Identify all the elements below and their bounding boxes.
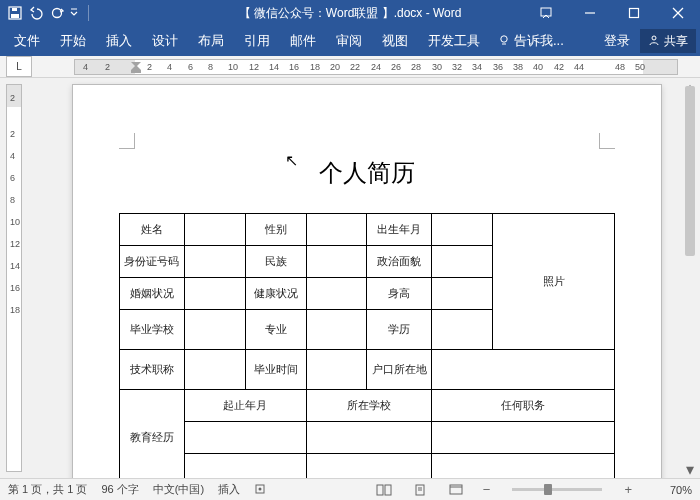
svg-point-17 <box>259 487 262 490</box>
crop-mark-tl <box>119 133 135 149</box>
tab-references[interactable]: 引用 <box>234 26 280 56</box>
window-title: 【 微信公众号：Word联盟 】.docx - Word <box>239 5 462 22</box>
svg-rect-18 <box>377 485 383 495</box>
tab-insert[interactable]: 插入 <box>96 26 142 56</box>
cell-degree-label[interactable]: 学历 <box>367 310 432 350</box>
table-row <box>120 454 615 479</box>
cell-degree-value[interactable] <box>432 310 493 350</box>
vertical-scrollbar[interactable]: ▴ ▾ <box>683 82 697 474</box>
cell-edu-school[interactable] <box>306 422 432 454</box>
cell-hukou-value[interactable] <box>432 350 615 390</box>
zoom-slider[interactable] <box>512 488 602 491</box>
ribbon-options-icon[interactable] <box>524 0 568 26</box>
cell-major-label[interactable]: 专业 <box>245 310 306 350</box>
status-words[interactable]: 96 个字 <box>101 482 138 497</box>
cell-school-value[interactable] <box>184 310 245 350</box>
vertical-ruler[interactable]: 224681012141618 <box>6 84 22 472</box>
cell-title-value[interactable] <box>184 350 245 390</box>
tab-file[interactable]: 文件 <box>4 26 50 56</box>
redo-icon[interactable] <box>50 6 64 20</box>
cell-birth-value[interactable] <box>432 214 493 246</box>
macro-record-icon[interactable] <box>254 483 266 497</box>
view-read-icon[interactable] <box>373 481 395 499</box>
tab-home[interactable]: 开始 <box>50 26 96 56</box>
cell-id-label[interactable]: 身份证号码 <box>120 246 185 278</box>
cell-name-label[interactable]: 姓名 <box>120 214 185 246</box>
document-page[interactable]: ↖ 个人简历 姓名 性别 出生年月 照片 身份证号码 民族 政治面貌 婚姻 <box>72 84 662 478</box>
cell-position-header[interactable]: 任何职务 <box>432 390 615 422</box>
qat-separator <box>88 5 89 21</box>
view-web-icon[interactable] <box>445 481 467 499</box>
scrollbar-thumb[interactable] <box>685 86 695 256</box>
tab-developer[interactable]: 开发工具 <box>418 26 490 56</box>
ruler-tick-labels: 4224681012141618202224262830323436384042… <box>75 60 677 74</box>
tab-design[interactable]: 设计 <box>142 26 188 56</box>
cell-health-value[interactable] <box>306 278 367 310</box>
titlebar: 【 微信公众号：Word联盟 】.docx - Word <box>0 0 700 26</box>
tab-layout[interactable]: 布局 <box>188 26 234 56</box>
cell-edu-position[interactable] <box>432 454 615 479</box>
cell-ethnic-label[interactable]: 民族 <box>245 246 306 278</box>
view-print-icon[interactable] <box>409 481 431 499</box>
table-row: 教育经历 起止年月 所在学校 任何职务 <box>120 390 615 422</box>
save-icon[interactable] <box>8 6 22 20</box>
cell-school-header[interactable]: 所在学校 <box>306 390 432 422</box>
cell-school-label[interactable]: 毕业学校 <box>120 310 185 350</box>
close-icon[interactable] <box>656 0 700 26</box>
cell-hukou-label[interactable]: 户口所在地 <box>367 350 432 390</box>
cell-height-value[interactable] <box>432 278 493 310</box>
cell-birth-label[interactable]: 出生年月 <box>367 214 432 246</box>
cell-edu-period[interactable] <box>184 422 306 454</box>
cell-height-label[interactable]: 身高 <box>367 278 432 310</box>
cell-name-value[interactable] <box>184 214 245 246</box>
cell-gender-value[interactable] <box>306 214 367 246</box>
undo-icon[interactable] <box>28 6 44 20</box>
qat-dropdown-icon[interactable] <box>70 6 78 20</box>
share-button[interactable]: 共享 <box>640 29 696 53</box>
zoom-out-icon[interactable]: − <box>481 482 493 497</box>
cell-political-label[interactable]: 政治面貌 <box>367 246 432 278</box>
scroll-down-icon[interactable]: ▾ <box>683 462 697 476</box>
cell-marital-label[interactable]: 婚姻状况 <box>120 278 185 310</box>
cell-marital-value[interactable] <box>184 278 245 310</box>
cell-political-value[interactable] <box>432 246 493 278</box>
cell-edu-label[interactable]: 教育经历 <box>120 390 185 479</box>
horizontal-ruler[interactable]: 4224681012141618202224262830323436384042… <box>74 59 678 75</box>
svg-rect-19 <box>385 485 391 495</box>
tab-review[interactable]: 审阅 <box>326 26 372 56</box>
quick-access-toolbar <box>0 5 93 21</box>
cell-edu-school[interactable] <box>306 454 432 479</box>
ribbon-tabs: 文件 开始 插入 设计 布局 引用 邮件 审阅 视图 开发工具 告诉我... 登… <box>0 26 700 56</box>
cell-major-value[interactable] <box>306 310 367 350</box>
cell-gradtime-value[interactable] <box>306 350 367 390</box>
svg-point-10 <box>501 35 507 41</box>
signin-link[interactable]: 登录 <box>594 26 640 56</box>
window-controls <box>524 0 700 26</box>
cell-gender-label[interactable]: 性别 <box>245 214 306 246</box>
tab-view[interactable]: 视图 <box>372 26 418 56</box>
cell-photo[interactable]: 照片 <box>493 214 615 350</box>
share-label: 共享 <box>664 33 688 50</box>
zoom-slider-knob[interactable] <box>544 484 552 495</box>
tab-selector[interactable]: L <box>6 56 32 77</box>
cell-edu-period[interactable] <box>184 454 306 479</box>
status-page[interactable]: 第 1 页，共 1 页 <box>8 482 87 497</box>
tell-me-label: 告诉我... <box>514 32 564 50</box>
cell-ethnic-value[interactable] <box>306 246 367 278</box>
cell-title-label[interactable]: 技术职称 <box>120 350 185 390</box>
tab-mailings[interactable]: 邮件 <box>280 26 326 56</box>
cell-id-value[interactable] <box>184 246 245 278</box>
lightbulb-icon <box>498 34 510 49</box>
cell-edu-position[interactable] <box>432 422 615 454</box>
table-row: 技术职称 毕业时间 户口所在地 <box>120 350 615 390</box>
zoom-in-icon[interactable]: + <box>622 482 634 497</box>
zoom-level[interactable]: 70% <box>648 484 692 496</box>
status-language[interactable]: 中文(中国) <box>153 482 204 497</box>
minimize-icon[interactable] <box>568 0 612 26</box>
cell-gradtime-label[interactable]: 毕业时间 <box>245 350 306 390</box>
tell-me[interactable]: 告诉我... <box>490 32 572 50</box>
maximize-icon[interactable] <box>612 0 656 26</box>
status-mode[interactable]: 插入 <box>218 482 240 497</box>
cell-health-label[interactable]: 健康状况 <box>245 278 306 310</box>
cell-period-header[interactable]: 起止年月 <box>184 390 306 422</box>
